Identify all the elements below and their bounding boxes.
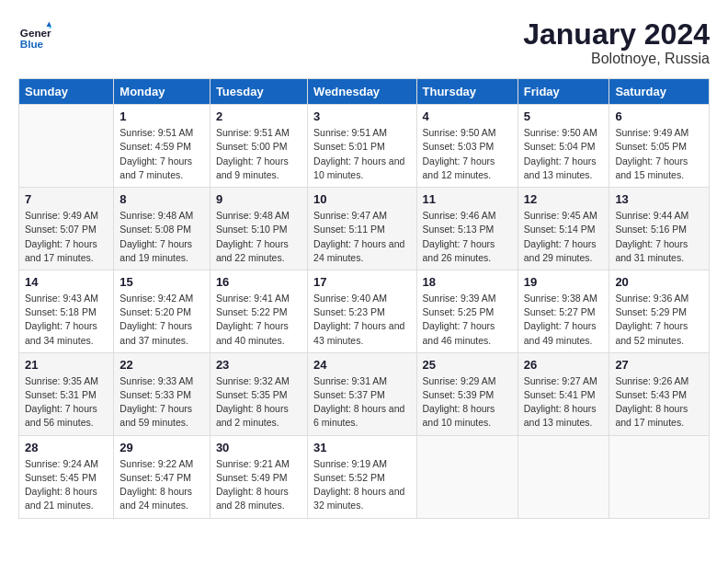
day-info: Sunrise: 9:51 AMSunset: 5:00 PMDaylight:… bbox=[216, 126, 301, 182]
day-number: 1 bbox=[119, 109, 204, 123]
day-info: Sunrise: 9:24 AMSunset: 5:45 PMDaylight:… bbox=[25, 457, 108, 513]
day-info: Sunrise: 9:35 AMSunset: 5:31 PMDaylight:… bbox=[25, 374, 108, 431]
day-info: Sunrise: 9:38 AMSunset: 5:27 PMDaylight:… bbox=[524, 292, 604, 348]
day-info: Sunrise: 9:33 AMSunset: 5:33 PMDaylight:… bbox=[119, 374, 204, 431]
day-number: 11 bbox=[423, 192, 512, 206]
calendar-cell: 21Sunrise: 9:35 AMSunset: 5:31 PMDayligh… bbox=[19, 352, 114, 435]
calendar-cell: 6Sunrise: 9:49 AMSunset: 5:05 PMDaylight… bbox=[609, 105, 710, 188]
calendar-cell: 15Sunrise: 9:42 AMSunset: 5:20 PMDayligh… bbox=[114, 270, 210, 352]
day-number: 19 bbox=[524, 275, 604, 289]
header-wednesday: Wednesday bbox=[308, 79, 416, 105]
calendar-cell: 8Sunrise: 9:48 AMSunset: 5:08 PMDaylight… bbox=[114, 188, 210, 270]
day-info: Sunrise: 9:47 AMSunset: 5:11 PMDaylight:… bbox=[313, 209, 410, 265]
day-number: 13 bbox=[615, 192, 703, 206]
header-thursday: Thursday bbox=[416, 79, 518, 105]
day-number: 4 bbox=[423, 109, 512, 123]
header: General Blue January 2024 Bolotnoye, Rus… bbox=[18, 18, 710, 67]
day-number: 17 bbox=[313, 275, 410, 289]
calendar-cell bbox=[609, 435, 710, 518]
day-number: 9 bbox=[216, 192, 301, 206]
logo: General Blue bbox=[18, 18, 51, 52]
day-number: 29 bbox=[119, 441, 204, 454]
day-number: 22 bbox=[119, 358, 204, 372]
day-number: 6 bbox=[615, 109, 703, 123]
day-info: Sunrise: 9:36 AMSunset: 5:29 PMDaylight:… bbox=[615, 292, 703, 348]
day-number: 26 bbox=[524, 358, 604, 372]
day-info: Sunrise: 9:32 AMSunset: 5:35 PMDaylight:… bbox=[216, 374, 301, 431]
calendar-cell: 9Sunrise: 9:48 AMSunset: 5:10 PMDaylight… bbox=[210, 188, 307, 270]
header-friday: Friday bbox=[518, 79, 609, 105]
day-info: Sunrise: 9:39 AMSunset: 5:25 PMDaylight:… bbox=[423, 292, 512, 348]
weekday-header-row: Sunday Monday Tuesday Wednesday Thursday… bbox=[19, 79, 710, 105]
svg-text:Blue: Blue bbox=[20, 38, 44, 50]
calendar-cell: 25Sunrise: 9:29 AMSunset: 5:39 PMDayligh… bbox=[416, 352, 518, 435]
day-info: Sunrise: 9:29 AMSunset: 5:39 PMDaylight:… bbox=[423, 374, 512, 431]
week-row-1: 7Sunrise: 9:49 AMSunset: 5:07 PMDaylight… bbox=[19, 188, 710, 270]
calendar-cell: 16Sunrise: 9:41 AMSunset: 5:22 PMDayligh… bbox=[210, 270, 307, 352]
day-number: 30 bbox=[216, 441, 301, 454]
calendar-cell: 30Sunrise: 9:21 AMSunset: 5:49 PMDayligh… bbox=[210, 435, 307, 518]
calendar-table: Sunday Monday Tuesday Wednesday Thursday… bbox=[18, 78, 710, 518]
day-number: 12 bbox=[524, 192, 604, 206]
calendar-cell: 20Sunrise: 9:36 AMSunset: 5:29 PMDayligh… bbox=[609, 270, 710, 352]
week-row-2: 14Sunrise: 9:43 AMSunset: 5:18 PMDayligh… bbox=[19, 270, 710, 352]
logo-icon: General Blue bbox=[18, 18, 51, 52]
calendar-page: General Blue January 2024 Bolotnoye, Rus… bbox=[0, 0, 728, 563]
day-info: Sunrise: 9:48 AMSunset: 5:10 PMDaylight:… bbox=[216, 209, 301, 265]
calendar-cell: 1Sunrise: 9:51 AMSunset: 4:59 PMDaylight… bbox=[114, 105, 210, 188]
header-sunday: Sunday bbox=[19, 79, 114, 105]
week-row-3: 21Sunrise: 9:35 AMSunset: 5:31 PMDayligh… bbox=[19, 352, 710, 435]
calendar-cell: 18Sunrise: 9:39 AMSunset: 5:25 PMDayligh… bbox=[416, 270, 518, 352]
day-info: Sunrise: 9:46 AMSunset: 5:13 PMDaylight:… bbox=[423, 209, 512, 265]
calendar-cell: 12Sunrise: 9:45 AMSunset: 5:14 PMDayligh… bbox=[518, 188, 609, 270]
day-number: 3 bbox=[313, 109, 410, 123]
location: Bolotnoye, Russia bbox=[523, 51, 710, 67]
calendar-cell: 29Sunrise: 9:22 AMSunset: 5:47 PMDayligh… bbox=[114, 435, 210, 518]
day-number: 16 bbox=[216, 275, 301, 289]
day-number: 31 bbox=[313, 441, 410, 454]
calendar-cell bbox=[416, 435, 518, 518]
calendar-cell: 22Sunrise: 9:33 AMSunset: 5:33 PMDayligh… bbox=[114, 352, 210, 435]
day-number: 5 bbox=[524, 109, 604, 123]
day-number: 10 bbox=[313, 192, 410, 206]
day-info: Sunrise: 9:26 AMSunset: 5:43 PMDaylight:… bbox=[615, 374, 703, 431]
day-info: Sunrise: 9:45 AMSunset: 5:14 PMDaylight:… bbox=[524, 209, 604, 265]
calendar-cell: 31Sunrise: 9:19 AMSunset: 5:52 PMDayligh… bbox=[308, 435, 416, 518]
day-info: Sunrise: 9:50 AMSunset: 5:03 PMDaylight:… bbox=[423, 126, 512, 182]
calendar-cell: 26Sunrise: 9:27 AMSunset: 5:41 PMDayligh… bbox=[518, 352, 609, 435]
calendar-cell: 24Sunrise: 9:31 AMSunset: 5:37 PMDayligh… bbox=[308, 352, 416, 435]
calendar-cell: 11Sunrise: 9:46 AMSunset: 5:13 PMDayligh… bbox=[416, 188, 518, 270]
week-row-0: 1Sunrise: 9:51 AMSunset: 4:59 PMDaylight… bbox=[19, 105, 710, 188]
day-info: Sunrise: 9:51 AMSunset: 5:01 PMDaylight:… bbox=[313, 126, 410, 182]
header-saturday: Saturday bbox=[609, 79, 710, 105]
day-info: Sunrise: 9:21 AMSunset: 5:49 PMDaylight:… bbox=[216, 457, 301, 513]
day-number: 21 bbox=[25, 358, 108, 372]
header-monday: Monday bbox=[114, 79, 210, 105]
calendar-cell: 3Sunrise: 9:51 AMSunset: 5:01 PMDaylight… bbox=[308, 105, 416, 188]
calendar-cell: 14Sunrise: 9:43 AMSunset: 5:18 PMDayligh… bbox=[19, 270, 114, 352]
calendar-cell bbox=[19, 105, 114, 188]
day-info: Sunrise: 9:50 AMSunset: 5:04 PMDaylight:… bbox=[524, 126, 604, 182]
day-info: Sunrise: 9:49 AMSunset: 5:07 PMDaylight:… bbox=[25, 209, 108, 265]
day-number: 8 bbox=[119, 192, 204, 206]
title-block: January 2024 Bolotnoye, Russia bbox=[523, 18, 710, 67]
day-number: 28 bbox=[25, 441, 108, 454]
day-info: Sunrise: 9:43 AMSunset: 5:18 PMDaylight:… bbox=[25, 292, 108, 348]
calendar-cell: 23Sunrise: 9:32 AMSunset: 5:35 PMDayligh… bbox=[210, 352, 307, 435]
day-info: Sunrise: 9:48 AMSunset: 5:08 PMDaylight:… bbox=[119, 209, 204, 265]
day-info: Sunrise: 9:49 AMSunset: 5:05 PMDaylight:… bbox=[615, 126, 703, 182]
calendar-cell: 7Sunrise: 9:49 AMSunset: 5:07 PMDaylight… bbox=[19, 188, 114, 270]
day-number: 7 bbox=[25, 192, 108, 206]
calendar-cell: 17Sunrise: 9:40 AMSunset: 5:23 PMDayligh… bbox=[308, 270, 416, 352]
day-number: 20 bbox=[615, 275, 703, 289]
day-info: Sunrise: 9:31 AMSunset: 5:37 PMDaylight:… bbox=[313, 374, 410, 431]
day-info: Sunrise: 9:41 AMSunset: 5:22 PMDaylight:… bbox=[216, 292, 301, 348]
day-number: 25 bbox=[423, 358, 512, 372]
calendar-cell: 27Sunrise: 9:26 AMSunset: 5:43 PMDayligh… bbox=[609, 352, 710, 435]
day-number: 23 bbox=[216, 358, 301, 372]
calendar-cell: 19Sunrise: 9:38 AMSunset: 5:27 PMDayligh… bbox=[518, 270, 609, 352]
day-number: 2 bbox=[216, 109, 301, 123]
day-number: 27 bbox=[615, 358, 703, 372]
day-info: Sunrise: 9:40 AMSunset: 5:23 PMDaylight:… bbox=[313, 292, 410, 348]
calendar-cell bbox=[518, 435, 609, 518]
